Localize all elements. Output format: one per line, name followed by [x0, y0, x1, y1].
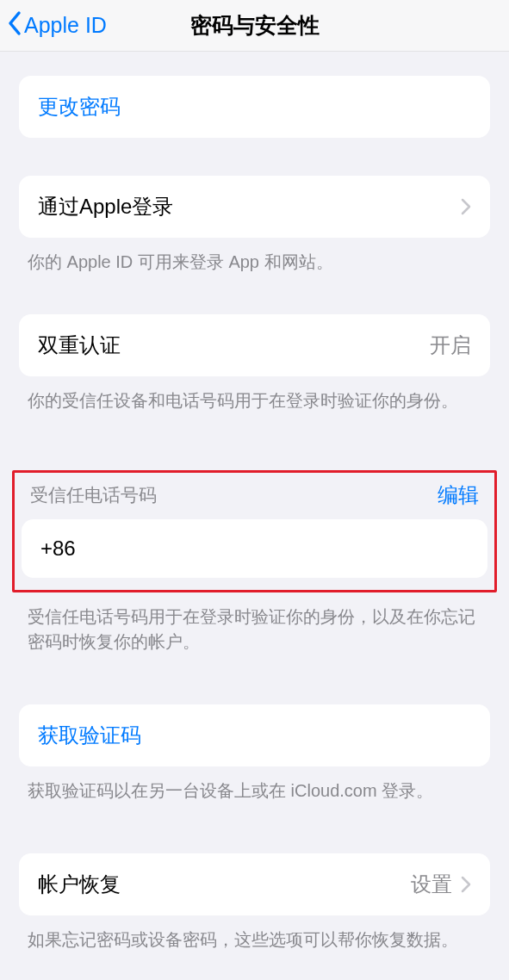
account-recovery-value: 设置: [411, 871, 452, 898]
account-recovery-label: 帐户恢复: [38, 871, 121, 898]
nav-bar: Apple ID 密码与安全性: [0, 0, 509, 52]
trusted-phone-number: +86: [40, 537, 76, 561]
sign-in-with-apple-label: 通过Apple登录: [38, 193, 173, 220]
chevron-left-icon: [7, 10, 22, 41]
trusted-phone-highlight: 受信任电话号码 编辑 +86: [12, 470, 497, 592]
sign-in-with-apple-cell[interactable]: 通过Apple登录: [19, 176, 490, 238]
change-password-label: 更改密码: [38, 93, 121, 121]
two-factor-auth-footer: 你的受信任设备和电话号码用于在登录时验证你的身份。: [19, 376, 490, 413]
change-password-cell[interactable]: 更改密码: [19, 76, 490, 138]
get-verification-code-footer: 获取验证码以在另一台设备上或在 iCloud.com 登录。: [19, 766, 490, 803]
two-factor-auth-label: 双重认证: [38, 332, 121, 359]
back-button[interactable]: Apple ID: [0, 10, 107, 41]
get-verification-code-cell[interactable]: 获取验证码: [19, 704, 490, 766]
two-factor-auth-value: 开启: [430, 332, 471, 359]
trusted-phone-footer: 受信任电话号码用于在登录时验证你的身份，以及在你忘记密码时恢复你的帐户。: [19, 592, 490, 654]
trusted-phone-header: 受信任电话号码: [30, 483, 157, 507]
two-factor-auth-cell[interactable]: 双重认证 开启: [19, 314, 490, 376]
sign-in-with-apple-footer: 你的 Apple ID 可用来登录 App 和网站。: [19, 238, 490, 275]
chevron-right-icon: [461, 198, 471, 215]
back-label: Apple ID: [24, 13, 107, 38]
chevron-right-icon: [461, 876, 471, 893]
account-recovery-footer: 如果忘记密码或设备密码，这些选项可以帮你恢复数据。: [19, 915, 490, 952]
account-recovery-cell[interactable]: 帐户恢复 设置: [19, 853, 490, 915]
get-verification-code-label: 获取验证码: [38, 722, 141, 749]
trusted-phone-number-cell[interactable]: +86: [22, 519, 487, 578]
trusted-phone-edit-button[interactable]: 编辑: [438, 481, 479, 509]
